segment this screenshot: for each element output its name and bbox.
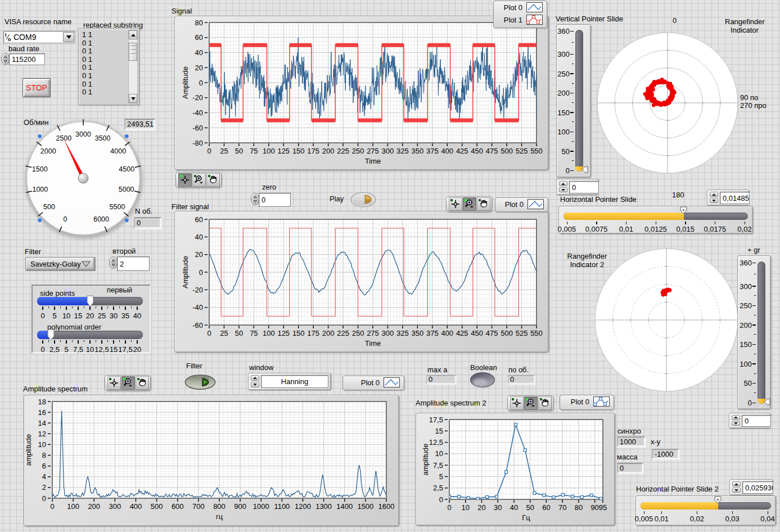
list-item[interactable]: 0 1 [80,47,92,55]
vslide2-numeric[interactable]: 0 [729,413,771,429]
zoom-tool-button[interactable] [192,173,206,187]
hslide2-numeric[interactable]: 0,025930 [729,479,773,495]
slide-thumb[interactable] [714,496,722,504]
zero-field[interactable]: 0 [259,193,291,207]
slide-track[interactable] [563,213,748,220]
slider-thumb[interactable] [87,295,94,307]
spin-up-button[interactable] [732,481,741,486]
cursor-tool-button[interactable] [107,376,121,390]
filter-signal-graph-palette[interactable] [446,196,492,212]
spin-down-button[interactable] [732,421,740,426]
spin-up-button[interactable] [732,415,740,420]
hslide1-spinner[interactable] [710,192,718,203]
hslide1-numeric[interactable]: 0,014857 [707,190,750,206]
cursor-tool-button[interactable] [510,396,524,410]
visa-dropdown-button[interactable] [63,32,74,42]
scroll-thumb[interactable] [129,43,137,61]
legend-row[interactable]: Plot 0 [343,376,404,389]
legend-plot-icon[interactable] [527,199,544,209]
spectrum-legend[interactable]: Plot 0 [342,376,404,390]
slide-track[interactable] [641,502,771,510]
spin-down-button[interactable] [251,382,259,387]
rpm-gauge[interactable]: 0500100015002000250030003500400045005000… [20,115,146,241]
spin-down-button[interactable] [732,488,741,493]
spectrum-chart[interactable]: 0100200300400500600700800900100011001200… [24,395,399,526]
window-value-field[interactable]: Hanning [261,375,328,388]
listbox-scrollbar[interactable] [128,30,138,103]
legend-plot-icon[interactable] [526,15,543,25]
list-item[interactable]: 0 1 [80,55,92,64]
list-item[interactable]: 0 1 [80,88,92,96]
vtoroy-spinner[interactable] [109,256,118,271]
vslide2-value-field[interactable]: 0 [742,415,771,427]
hslide2-value-field[interactable]: 0,025930 [742,481,773,494]
zero-spinner[interactable] [251,193,259,208]
window-spinner[interactable] [251,375,259,387]
zoom-tool-button[interactable] [121,376,135,390]
signal-graph-palette[interactable] [175,172,222,188]
baud-rate-field[interactable]: 115200 [9,53,45,65]
legend-row[interactable]: Plot 1 [494,13,547,26]
stop-button[interactable]: STOP [22,78,51,97]
legend-plot-icon[interactable] [526,2,543,12]
filter-ring-dropdown[interactable]: Savetzky-Golay [25,257,95,270]
vslide2-spinner[interactable] [732,415,740,426]
pan-tool-button[interactable] [538,396,552,410]
polynomial-order-slider[interactable]: 02,557,51012,51517,520 [37,331,143,355]
cursor-tool-button[interactable] [178,173,192,187]
filter-signal-legend[interactable]: Plot 0 [495,197,548,212]
slide-thumb[interactable] [680,206,687,214]
slide-thumb[interactable] [764,398,770,405]
side-points-slider[interactable]: 0510152025303540 [37,297,143,322]
baud-rate-spinner[interactable] [1,53,10,67]
spectrum2-graph-palette[interactable] [507,395,553,411]
vertical-pointer-slide[interactable]: 050100150200250300360 [556,24,591,178]
boolean-toggle[interactable] [470,372,495,390]
pan-tool-button[interactable] [136,376,149,390]
filter-signal-chart[interactable]: 0255075100125150175200225250275300325350… [174,211,549,353]
spin-down-button[interactable] [559,187,567,192]
list-item[interactable]: 0 1 [80,80,92,88]
slide-track[interactable] [758,262,765,404]
spin-up-button[interactable] [710,192,718,197]
window-enum[interactable]: Hanning [248,373,331,390]
legend-row[interactable]: Plot 0 [494,1,547,13]
scroll-down-button[interactable] [129,94,137,103]
vslide1-numeric[interactable]: 0 [556,179,599,195]
play-toggle[interactable] [350,192,376,209]
list-item[interactable]: 0 1 [80,39,92,47]
signal-legend[interactable]: Plot 0Plot 1 [493,1,547,28]
slider-thumb[interactable] [47,329,55,341]
pan-tool-button[interactable] [477,197,490,211]
filter-toggle[interactable] [184,375,216,391]
spin-up-button[interactable] [251,375,259,381]
legend-row[interactable]: Plot 0 [560,395,614,408]
visa-resource-combo[interactable]: I o COM9 [3,31,75,43]
spectrum2-legend[interactable]: Plot 0 [560,395,614,410]
spin-down-button[interactable] [710,198,718,203]
zoom-tool-button[interactable] [463,197,476,211]
horizontal-pointer-slide-2[interactable]: 0,0050,010,020,030,04 [635,495,776,526]
zoom-tool-button[interactable] [524,396,538,410]
vslide1-spinner[interactable] [559,181,567,192]
signal-chart[interactable]: 0255075100125150175200225250275300325350… [174,16,549,170]
vslide1-value-field[interactable]: 0 [569,181,599,193]
pan-tool-button[interactable] [206,173,220,187]
replaced-substring-listbox[interactable]: 1 10 10 10 10 10 10 10 1 [78,28,139,105]
list-item[interactable]: 1 1 [80,30,92,39]
cursor-tool-button[interactable] [449,197,462,211]
list-item[interactable]: 0 1 [80,71,92,80]
list-item[interactable]: 0 1 [80,63,92,71]
horizontal-pointer-slide[interactable]: 0,0050,00750,010,01250,0150,01750,02 [558,206,753,234]
spectrum2-chart[interactable]: 01020304050607080909502,557,51012,51517,… [416,413,615,526]
vtoroy-field[interactable]: 2 [117,256,150,271]
spin-up-button[interactable] [559,181,567,186]
slide-track[interactable] [575,30,583,172]
spectrum-graph-palette[interactable] [105,375,151,391]
legend-row[interactable]: Plot 0 [495,198,548,210]
scroll-up-button[interactable] [129,30,137,39]
legend-plot-icon[interactable] [384,377,400,387]
vertical-pointer-slide-2[interactable]: 050100150200250300360 [737,255,771,409]
hslide2-spinner[interactable] [732,481,741,493]
hslide1-value-field[interactable]: 0,014857 [720,192,750,204]
